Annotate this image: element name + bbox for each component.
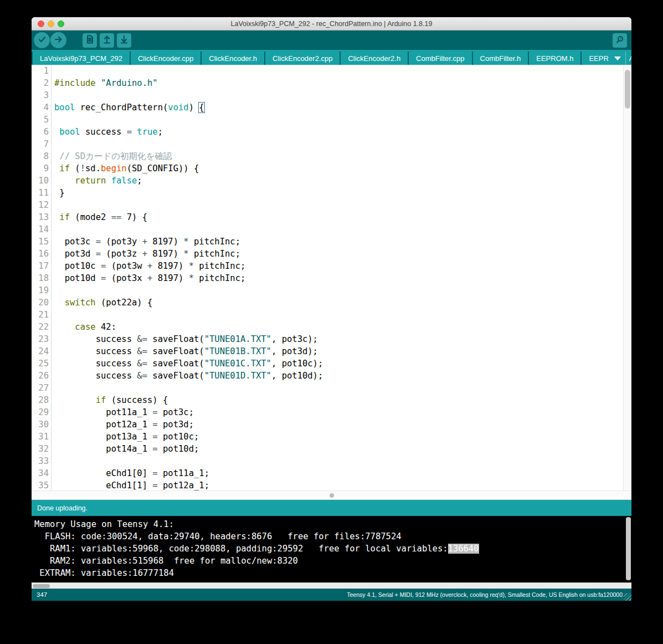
code-line[interactable]: 35 eChd1[1] = pot12a_1; — [32, 479, 631, 490]
code-text: pot13a_1 = pot10c; — [52, 431, 199, 443]
code-text: bool rec_ChordPattern(void) { — [52, 101, 204, 114]
serial-monitor-button[interactable] — [613, 33, 627, 48]
code-text: success &= saveFloat("TUNE01C.TXT", pot1… — [52, 357, 323, 370]
line-number: 19 — [32, 284, 52, 297]
code-line[interactable]: 17 pot10c = (pot3w + 8197) * pitchInc; — [32, 260, 631, 272]
code-line[interactable]: 32 pot14a_1 = pot10d; — [32, 443, 631, 455]
verify-button[interactable] — [34, 32, 50, 48]
code-text — [52, 138, 54, 150]
title-bar: LaVoixski9p73_PCM_292 - rec_ChordPattern… — [32, 17, 631, 30]
tab-eeprom-h[interactable]: EEPROM.h — [529, 52, 580, 65]
code-text — [52, 65, 54, 77]
code-line[interactable]: 5 — [32, 114, 631, 126]
arrow-right-icon — [54, 35, 63, 46]
tab-lavoixski9p73-pcm-292[interactable]: LaVoixski9p73_PCM_292 — [33, 52, 130, 65]
save-button[interactable] — [117, 33, 131, 48]
code-text: eChd1[0] = pot11a_1; — [52, 467, 209, 479]
code-text: pot10c = (pot3w + 8197) * pitchInc; — [52, 260, 245, 272]
status-message: Done uploading. — [37, 504, 88, 512]
code-line[interactable]: 27 — [32, 382, 631, 394]
tab-clickencoder2-cpp[interactable]: ClickEncoder2.cpp — [265, 52, 340, 65]
code-text: return false; — [52, 175, 142, 187]
line-number: 14 — [32, 223, 52, 236]
tab-overflow-area[interactable]: EEPR Any — [582, 52, 631, 65]
code-line[interactable]: 8 // SDカードの初期化を確認 — [32, 150, 631, 162]
editor-horizontal-scrollbar[interactable] — [32, 490, 631, 500]
code-line[interactable]: 10 return false; — [32, 175, 631, 187]
minimize-window-button[interactable] — [48, 21, 54, 27]
console-line: EXTRAM: variables:16777184 — [34, 567, 631, 579]
code-line[interactable]: 24 success &= saveFloat("TUNE01B.TXT", p… — [32, 345, 631, 357]
line-number: 33 — [32, 455, 52, 467]
code-text: if (!sd.begin(SD_CONFIG)) { — [52, 162, 199, 175]
tab-menu-caret-down-icon[interactable] — [614, 57, 621, 60]
code-line[interactable]: 31 pot13a_1 = pot10c; — [32, 431, 631, 443]
line-number: 20 — [32, 297, 52, 309]
code-line[interactable]: 18 pot10d = (pot3x + 8197) * pitchInc; — [32, 272, 631, 284]
tab-combfilter-cpp[interactable]: CombFilter.cpp — [409, 52, 471, 65]
code-text: switch (pot22a) { — [52, 297, 152, 309]
console-scrollbar-thumb[interactable] — [33, 584, 50, 588]
code-line[interactable]: 28 if (success) { — [32, 394, 631, 406]
code-text — [52, 455, 54, 467]
code-line[interactable]: 2#include "Arduino.h" — [32, 77, 631, 89]
tab-eepr-truncated[interactable]: EEPR — [582, 54, 608, 63]
editor-scrollbar-thumb[interactable] — [625, 70, 630, 109]
code-line[interactable]: 6 bool success = true; — [32, 126, 631, 138]
code-line[interactable]: 15 pot3c = (pot3y + 8197) * pitchInc; — [32, 236, 631, 248]
code-line[interactable]: 16 pot3d = (pot3z + 8197) * pitchInc; — [32, 248, 631, 260]
new-sketch-button[interactable] — [83, 33, 97, 48]
tab-clickencoder-h[interactable]: ClickEncoder.h — [202, 52, 264, 65]
code-line[interactable]: 14 — [32, 223, 631, 236]
tab-any-truncated[interactable]: Any — [629, 54, 631, 63]
toolbar — [32, 30, 631, 50]
horizontal-scrollbar-thumb[interactable] — [330, 493, 334, 498]
line-number: 28 — [32, 394, 52, 406]
code-line[interactable]: 26 success &= saveFloat("TUNE01D.TXT", p… — [32, 370, 631, 382]
code-text: if (mode2 == 7) { — [52, 211, 147, 223]
line-number: 9 — [32, 162, 52, 175]
code-line[interactable]: 22 case 42: — [32, 321, 631, 333]
line-number: 27 — [32, 382, 52, 394]
code-line[interactable]: 1 — [32, 65, 631, 77]
line-number: 5 — [32, 114, 52, 126]
code-line[interactable]: 7 — [32, 138, 631, 150]
console-output[interactable]: Memory Usage on Teensy 4.1: FLASH: code:… — [32, 516, 631, 582]
code-line[interactable]: 33 — [32, 455, 631, 467]
code-line[interactable]: 34 eChd1[0] = pot11a_1; — [32, 467, 631, 479]
tab-combfilter-h[interactable]: CombFilter.h — [473, 52, 528, 65]
tab-clickencoder-cpp[interactable]: ClickEncoder.cpp — [131, 52, 201, 65]
code-text: eChd1[1] = pot12a_1; — [52, 479, 209, 490]
line-number: 6 — [32, 126, 52, 138]
code-text — [52, 309, 54, 321]
code-line[interactable]: 3 — [32, 89, 631, 101]
code-line[interactable]: 20 switch (pot22a) { — [32, 297, 631, 309]
current-line-number: 347 — [37, 591, 47, 598]
code-line[interactable]: 30 pot12a_1 = pot3d; — [32, 418, 631, 431]
resize-grip[interactable] — [624, 593, 631, 601]
code-line[interactable]: 19 — [32, 284, 631, 297]
open-button[interactable] — [100, 33, 114, 48]
zoom-window-button[interactable] — [58, 21, 64, 27]
code-line[interactable]: 25 success &= saveFloat("TUNE01C.TXT", p… — [32, 357, 631, 370]
console-lines: Memory Usage on Teensy 4.1: FLASH: code:… — [34, 518, 631, 579]
console-horizontal-scrollbar[interactable] — [32, 582, 631, 589]
line-number: 24 — [32, 345, 52, 357]
code-editor[interactable]: 12#include "Arduino.h"34bool rec_ChordPa… — [32, 65, 631, 490]
code-line[interactable]: 29 pot11a_1 = pot3c; — [32, 406, 631, 418]
code-line[interactable]: 12 — [32, 199, 631, 211]
code-line[interactable]: 11 } — [32, 187, 631, 199]
code-text — [52, 199, 54, 211]
close-window-button[interactable] — [38, 21, 44, 27]
editor-vertical-scrollbar[interactable] — [623, 65, 631, 490]
code-line[interactable]: 21 — [32, 309, 631, 321]
code-line[interactable]: 9 if (!sd.begin(SD_CONFIG)) { — [32, 162, 631, 175]
code-line[interactable]: 13 if (mode2 == 7) { — [32, 211, 631, 223]
upload-button[interactable] — [50, 32, 66, 48]
code-line[interactable]: 4bool rec_ChordPattern(void) { — [32, 101, 631, 114]
tab-clickencoder2-h[interactable]: ClickEncoder2.h — [341, 52, 408, 65]
line-number: 22 — [32, 321, 52, 333]
console-vertical-scrollbar[interactable] — [626, 517, 631, 580]
code-line[interactable]: 23 success &= saveFloat("TUNE01A.TXT", p… — [32, 333, 631, 345]
code-text: case 42: — [52, 321, 116, 333]
